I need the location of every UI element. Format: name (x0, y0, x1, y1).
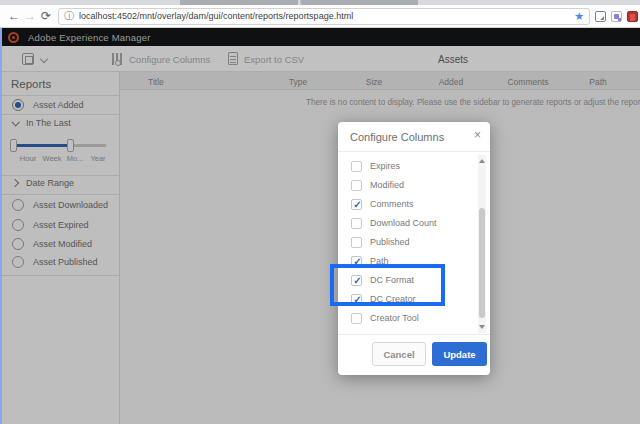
dialog-checkbox-row-creator-tool[interactable]: Creator Tool (351, 310, 419, 326)
checkbox-label: Download Count (370, 218, 437, 228)
checkbox-icon[interactable] (351, 237, 362, 248)
dialog-title: Configure Columns (350, 131, 444, 143)
scroll-down-icon[interactable] (479, 325, 485, 329)
checkbox-label: Comments (370, 199, 414, 209)
refresh-icon[interactable]: ⟳ (38, 10, 54, 22)
window-edge (0, 28, 2, 424)
dialog-checkbox-row-published[interactable]: Published (351, 234, 410, 250)
scroll-up-icon[interactable] (479, 159, 485, 163)
page-info-icon[interactable]: ⓘ (64, 9, 74, 23)
cancel-button[interactable]: Cancel (372, 342, 426, 366)
dialog-checkbox-row-modified[interactable]: Modified (351, 177, 404, 193)
update-button[interactable]: Update (432, 342, 487, 366)
checkbox-label: Modified (370, 180, 404, 190)
red-extension-icon[interactable] (627, 11, 638, 22)
divider (338, 151, 490, 152)
checkbox-label: Published (370, 237, 410, 247)
divider (338, 334, 490, 335)
browser-chrome: ← → ⟳ ⓘ localhost:4502/mnt/overlay/dam/g… (0, 0, 640, 28)
url-text[interactable]: localhost:4502/mnt/overlay/dam/gui/conte… (79, 11, 570, 21)
dialog-checkbox-row-expires[interactable]: Expires (351, 158, 400, 174)
configure-columns-dialog: Configure Columns × ExpiresModifiedComme… (338, 122, 490, 375)
screenshot-root: ← → ⟳ ⓘ localhost:4502/mnt/overlay/dam/g… (0, 0, 640, 424)
checkbox-icon[interactable] (351, 313, 362, 324)
dialog-checkbox-row-comments[interactable]: Comments (351, 196, 414, 212)
forward-icon[interactable]: → (22, 10, 38, 22)
url-field[interactable]: ⓘ localhost:4502/mnt/overlay/dam/gui/con… (58, 8, 590, 25)
highlight-annotation-box (330, 264, 445, 306)
close-icon[interactable]: × (474, 128, 481, 142)
checkbox-checked-icon[interactable] (351, 199, 362, 210)
dialog-scrollbar (478, 155, 486, 333)
checkbox-icon[interactable] (351, 161, 362, 172)
scrollbar-thumb[interactable] (479, 208, 485, 318)
back-icon[interactable]: ← (6, 10, 22, 22)
checkbox-icon[interactable] (351, 180, 362, 191)
purple-extension-icon[interactable] (611, 11, 622, 22)
aem-app: Adobe Experience Manager Configure Colum… (0, 28, 640, 424)
checkbox-label: Creator Tool (370, 313, 419, 323)
browser-address-bar: ← → ⟳ ⓘ localhost:4502/mnt/overlay/dam/g… (0, 5, 640, 28)
cast-extension-icon[interactable] (595, 11, 606, 22)
dialog-checkbox-row-download-count[interactable]: Download Count (351, 215, 437, 231)
checkbox-label: Expires (370, 161, 400, 171)
modal-overlay (0, 28, 640, 424)
bookmark-star-icon[interactable]: ★ (574, 10, 584, 23)
checkbox-icon[interactable] (351, 218, 362, 229)
